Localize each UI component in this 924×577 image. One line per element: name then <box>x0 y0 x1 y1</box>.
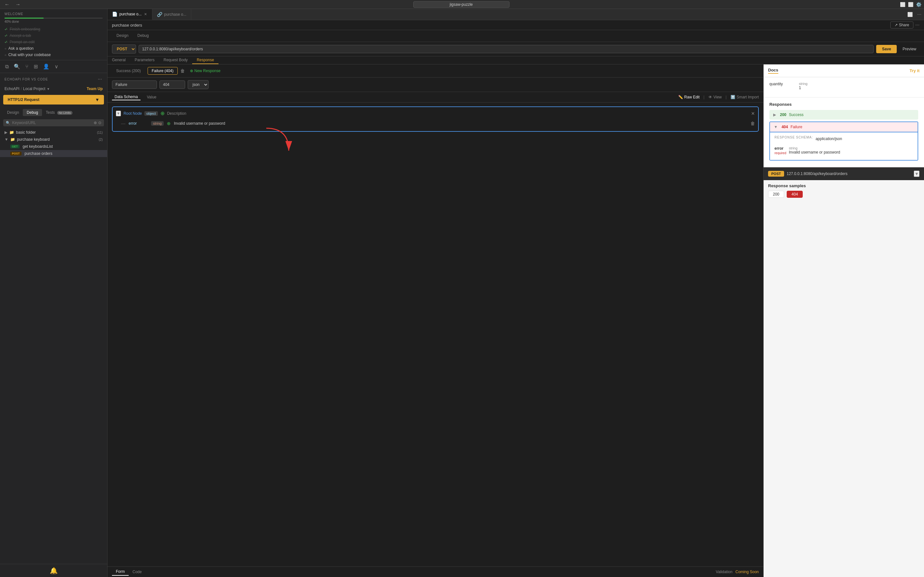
copy-icon-btn[interactable]: ⧉ <box>5 63 9 70</box>
sub-header: EchoAPI / Local Project ▼ Team Up <box>0 85 107 92</box>
folder-basic-label: basic folder <box>16 130 36 135</box>
response-code-input[interactable] <box>160 81 185 89</box>
request-tab-design[interactable]: Design <box>112 32 133 40</box>
tab-debug[interactable]: Debug <box>23 109 42 116</box>
more-tabs-btn[interactable]: ··· <box>917 11 921 17</box>
tab-doc-icon: 📄 <box>112 11 118 17</box>
docs-tab-btn[interactable]: Docs <box>768 68 779 74</box>
tab-tests[interactable]: Tests No Limits <box>42 109 76 116</box>
tab-purchase-2[interactable]: 🔗 purchase o... <box>152 9 191 19</box>
schema-tab-data[interactable]: Data Schema <box>112 94 141 100</box>
delete-response-btn[interactable]: 🗑 <box>180 68 185 73</box>
schema-tab-value[interactable]: Value <box>144 94 159 100</box>
layout-icon-2[interactable]: ⬜ <box>908 2 913 7</box>
docs-error-field-group: error required <box>774 146 787 155</box>
settings-icon[interactable]: ⚙️ <box>916 2 921 7</box>
list-item-get-keyboards[interactable]: GET get keyboardsList <box>0 143 107 150</box>
branch-icon-btn[interactable]: ⑂ <box>25 63 29 70</box>
forward-button[interactable]: → <box>13 1 23 8</box>
section-title: ECHOAPI FOR VS CODE <box>5 77 48 81</box>
layout-icon-1[interactable]: ⬜ <box>900 2 905 7</box>
list-item-post-purchase[interactable]: POST purchase orders <box>0 150 107 157</box>
request-sub-tabs: General Parameters Request Body Response <box>107 56 924 64</box>
response-name-input[interactable] <box>112 81 157 89</box>
code-tab[interactable]: Code <box>129 568 145 575</box>
method-select[interactable]: POST <box>112 45 136 53</box>
tab-design[interactable]: Design <box>3 109 23 116</box>
add-search-btn[interactable]: ⊕ <box>94 121 97 125</box>
top-bar: ← → ⬜ ⬜ ⚙️ <box>0 0 924 9</box>
request-tab-debug[interactable]: Debug <box>133 32 153 40</box>
tab-link-icon: 🔗 <box>157 12 162 17</box>
close-node-btn[interactable]: ✕ <box>751 111 755 116</box>
tab-response[interactable]: Response <box>192 56 218 64</box>
docs-quantity-value: 1 <box>799 85 808 90</box>
folder-purchase[interactable]: ▼ 📁 purchase keyboard (2) <box>0 136 107 143</box>
view-btn[interactable]: 👁 View <box>708 95 722 99</box>
response-area: Success (200) Failure (404) 🗑 ⊕ New Resp… <box>107 64 924 577</box>
checklist-label-5: Chat with your codebase <box>8 53 51 57</box>
checklist: ✓ Finish onboarding ✓ Accept a tab ✓ Pro… <box>5 26 103 58</box>
try-it-btn[interactable]: Try it <box>909 68 919 73</box>
more-options-page-btn[interactable]: ··· <box>915 22 919 28</box>
settings-search-btn[interactable]: ⊙ <box>98 121 102 125</box>
response-type-select[interactable]: json <box>188 80 208 89</box>
back-button[interactable]: ← <box>3 1 11 8</box>
checklist-item-5: ○ Chat with your codebase <box>5 52 103 58</box>
import-icon: ⬆️ <box>730 95 735 99</box>
tab-close-btn[interactable]: × <box>144 11 147 17</box>
sample-tab-404[interactable]: 404 <box>787 191 803 198</box>
tab-parameters[interactable]: Parameters <box>130 56 159 64</box>
progress-bar <box>5 18 44 19</box>
response-tab-200[interactable]: Success (200) <box>112 67 145 75</box>
smart-import-btn[interactable]: ⬆️ Smart Import <box>730 95 759 99</box>
docs-response-404-item: ▼ 404 Failure RESPONSE SCHEMA: applicati… <box>769 121 918 161</box>
tab-request-body[interactable]: Request Body <box>159 56 192 64</box>
checklist-label-3: Prompt an edit <box>10 40 35 44</box>
url-input[interactable] <box>139 45 874 53</box>
search-input[interactable] <box>12 121 92 125</box>
share-button[interactable]: ↗ Share <box>890 21 913 29</box>
new-response-button[interactable]: ⊕ New Response <box>190 69 220 73</box>
checklist-item-4: ○ Ask a question <box>5 45 103 52</box>
folder-basic[interactable]: ▶ 📁 basic folder (11) <box>0 129 107 136</box>
save-button[interactable]: Save <box>876 45 897 53</box>
docs-endpoint-bar: POST 127.0.0.1:8080/api/keyboard/orders … <box>764 167 924 180</box>
raw-edit-btn[interactable]: ✏️ Raw Edit <box>678 95 700 99</box>
docs-response-404-label: Failure <box>790 125 803 129</box>
chevron-down-icon-btn[interactable]: ∨ <box>54 63 59 70</box>
grid-icon-btn[interactable]: ⊞ <box>33 63 39 70</box>
expand-btn[interactable]: ▼ <box>116 111 121 116</box>
validation-bar: Validation Coming Soon <box>716 570 759 574</box>
docs-responses-title: Responses <box>769 102 918 107</box>
form-tab[interactable]: Form <box>112 568 129 576</box>
delete-field-btn[interactable]: 🗑 <box>750 121 755 126</box>
sample-tab-200[interactable]: 200 <box>768 191 784 198</box>
http-request-button[interactable]: HTTP1/2 Request ▼ <box>3 95 104 105</box>
docs-response-404-schema: RESPONSE SCHEMA: application/json error … <box>769 132 918 161</box>
response-tab-404[interactable]: Failure (404) <box>148 67 178 75</box>
add-node-btn[interactable]: ⊕ <box>160 110 165 116</box>
add-field-btn[interactable]: ⊕ <box>167 121 171 126</box>
left-panel: Success (200) Failure (404) 🗑 ⊕ New Resp… <box>107 64 764 577</box>
person-icon-btn[interactable]: 👤 <box>42 63 50 70</box>
url-bar[interactable] <box>413 1 509 8</box>
post-badge: POST <box>10 152 21 155</box>
split-layout-btn[interactable]: ⬜ <box>907 11 913 17</box>
search-icon-btn[interactable]: 🔍 <box>13 63 21 70</box>
section-actions: ··· <box>97 76 103 83</box>
tab-purchase-active[interactable]: 📄 purchase o... × <box>107 9 152 20</box>
more-options-btn[interactable]: ··· <box>97 76 103 83</box>
checklist-label-4: Ask a question <box>8 46 34 51</box>
team-up-button[interactable]: Team Up <box>87 87 103 91</box>
docs-header: Docs Try it <box>764 64 924 77</box>
tab-bar: 📄 purchase o... × 🔗 purchase o... ⬜ ··· <box>107 9 924 20</box>
docs-endpoint-expand-btn[interactable]: ▼ <box>914 171 919 177</box>
preview-button[interactable]: Preview <box>899 45 919 53</box>
tab-label-1: purchase o... <box>120 12 142 16</box>
docs-response-200-item: ▶ 200 Success <box>769 110 918 119</box>
docs-response-404-header[interactable]: ▼ 404 Failure <box>769 121 918 132</box>
docs-response-200-header[interactable]: ▶ 200 Success <box>769 110 918 119</box>
docs-quantity-row: quantity string 1 <box>769 82 918 90</box>
tab-general[interactable]: General <box>107 56 130 64</box>
